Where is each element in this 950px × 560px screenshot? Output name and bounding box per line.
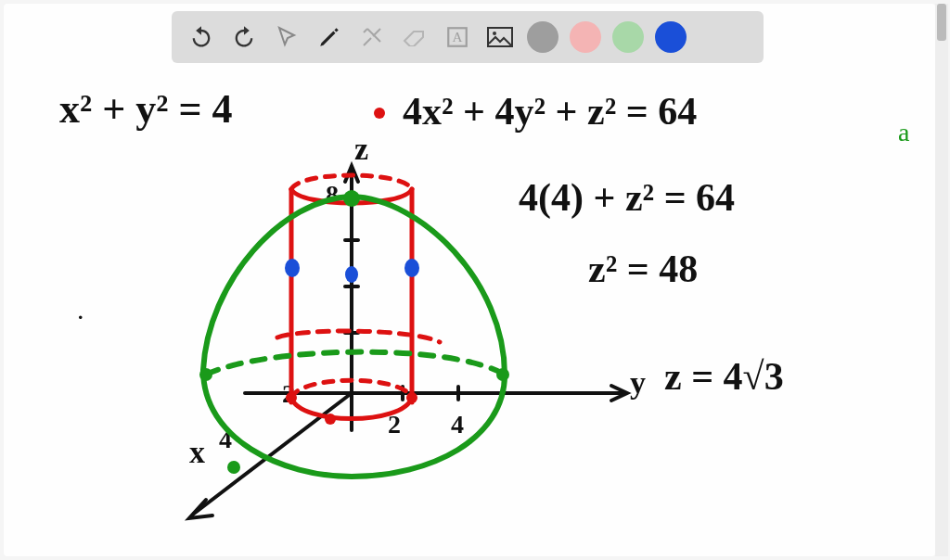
pointer-icon: [276, 26, 298, 48]
eraser-tool[interactable]: [398, 20, 431, 54]
eraser-icon: [403, 28, 427, 46]
pointer-tool[interactable]: [270, 20, 303, 54]
image-tool[interactable]: [483, 20, 517, 54]
vertical-scrollbar[interactable]: [935, 4, 948, 556]
pink-swatch-icon: [570, 21, 601, 53]
color-gray[interactable]: [526, 20, 559, 54]
tools-icon: [361, 26, 383, 48]
blue-swatch-icon: [655, 21, 687, 53]
tools-button[interactable]: [355, 20, 389, 54]
undo-button[interactable]: [185, 20, 218, 54]
text-tool[interactable]: A: [441, 20, 474, 54]
svg-text:A: A: [453, 29, 463, 45]
redo-button[interactable]: [227, 20, 261, 54]
color-pink[interactable]: [569, 20, 602, 54]
text-icon: A: [445, 25, 469, 49]
undo-icon: [188, 24, 214, 50]
color-green[interactable]: [611, 20, 645, 54]
pen-icon: [317, 25, 341, 49]
drawing-toolbar: A: [172, 11, 764, 63]
whiteboard-canvas[interactable]: [4, 4, 935, 556]
scrollbar-thumb[interactable]: [937, 4, 946, 41]
green-swatch-icon: [612, 21, 644, 53]
redo-icon: [231, 24, 257, 50]
pen-tool[interactable]: [313, 20, 346, 54]
gray-swatch-icon: [527, 21, 558, 53]
image-icon: [487, 27, 513, 47]
svg-point-3: [493, 32, 496, 35]
color-blue[interactable]: [654, 20, 687, 54]
